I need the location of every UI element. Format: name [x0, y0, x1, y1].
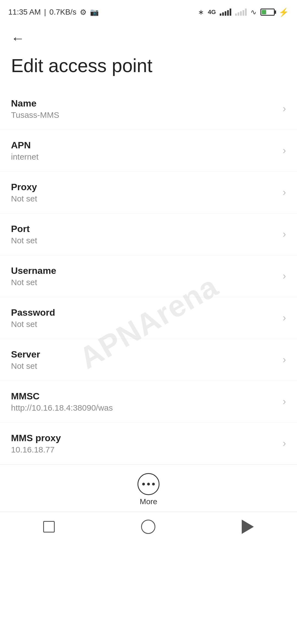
settings-item-name-content: Name Tusass-MMS	[11, 98, 277, 120]
settings-list: Name Tusass-MMS › APN internet › Proxy N…	[0, 88, 297, 465]
more-dot-3	[152, 483, 155, 485]
status-left: 11:35 AM | 0.7KB/s ⚙ 📷	[8, 8, 99, 17]
chevron-right-icon: ›	[283, 228, 286, 240]
chevron-right-icon: ›	[283, 396, 286, 407]
chevron-right-icon: ›	[283, 103, 286, 114]
settings-item-name-value: Tusass-MMS	[11, 110, 277, 120]
settings-item-apn-content: APN internet	[11, 140, 277, 162]
settings-item-name[interactable]: Name Tusass-MMS ›	[0, 88, 297, 130]
settings-item-password-value: Not set	[11, 320, 277, 329]
settings-item-port-label: Port	[11, 223, 277, 234]
recents-icon	[43, 521, 55, 533]
signal-bars-1	[220, 9, 231, 16]
settings-item-name-label: Name	[11, 98, 277, 109]
home-icon	[141, 520, 155, 534]
more-button[interactable]: More	[138, 473, 160, 506]
chevron-right-icon: ›	[283, 145, 286, 156]
more-dot-2	[147, 483, 150, 485]
back-arrow-icon: ←	[11, 31, 25, 46]
settings-item-proxy-value: Not set	[11, 194, 277, 203]
settings-item-port-value: Not set	[11, 236, 277, 245]
wifi-icon: ∿	[251, 8, 257, 17]
back-button[interactable]: ←	[0, 22, 297, 49]
settings-item-server-content: Server Not set	[11, 349, 277, 371]
back-nav-icon	[242, 520, 254, 534]
time-display: 11:35 AM	[8, 8, 41, 17]
settings-item-password-label: Password	[11, 307, 277, 318]
settings-item-username[interactable]: Username Not set ›	[0, 255, 297, 297]
settings-item-mmsc[interactable]: MMSC http://10.16.18.4:38090/was ›	[0, 381, 297, 423]
settings-item-server-label: Server	[11, 349, 277, 360]
settings-item-port[interactable]: Port Not set ›	[0, 214, 297, 255]
settings-item-username-label: Username	[11, 265, 277, 276]
settings-item-password[interactable]: Password Not set ›	[0, 297, 297, 339]
more-dots-icon	[142, 483, 155, 485]
settings-item-mms-proxy[interactable]: MMS proxy 10.16.18.77 ›	[0, 423, 297, 465]
settings-icon: ⚙	[80, 8, 87, 17]
settings-item-mms-proxy-value: 10.16.18.77	[11, 445, 277, 454]
settings-item-proxy-content: Proxy Not set	[11, 182, 277, 203]
status-bar: 11:35 AM | 0.7KB/s ⚙ 📷 ∗ 4G ∿ ⚡	[0, 0, 297, 22]
network-speed: |	[44, 8, 46, 17]
page-title: Edit access point	[0, 49, 297, 88]
more-section: More	[0, 465, 297, 512]
video-icon: 📷	[90, 8, 99, 17]
nav-home-button[interactable]	[141, 520, 155, 534]
status-right: ∗ 4G ∿ ⚡	[198, 7, 289, 17]
settings-item-username-value: Not set	[11, 278, 277, 287]
battery-indicator	[260, 9, 275, 16]
settings-item-apn-label: APN	[11, 140, 277, 151]
chevron-right-icon: ›	[283, 187, 286, 198]
settings-item-proxy[interactable]: Proxy Not set ›	[0, 172, 297, 214]
settings-item-mmsc-content: MMSC http://10.16.18.4:38090/was	[11, 391, 277, 413]
settings-item-server-value: Not set	[11, 361, 277, 371]
network-speed-value: 0.7KB/s	[50, 8, 76, 17]
settings-item-mms-proxy-content: MMS proxy 10.16.18.77	[11, 433, 277, 454]
settings-item-port-content: Port Not set	[11, 223, 277, 245]
settings-item-password-content: Password Not set	[11, 307, 277, 329]
settings-item-mmsc-value: http://10.16.18.4:38090/was	[11, 403, 277, 413]
bluetooth-icon: ∗	[198, 8, 204, 17]
settings-item-apn-value: internet	[11, 152, 277, 162]
settings-item-proxy-label: Proxy	[11, 182, 277, 192]
more-circle-icon	[138, 473, 160, 495]
settings-item-mms-proxy-label: MMS proxy	[11, 433, 277, 443]
settings-item-mmsc-label: MMSC	[11, 391, 277, 402]
settings-item-apn[interactable]: APN internet ›	[0, 130, 297, 172]
signal-bars-2	[235, 9, 247, 16]
chevron-right-icon: ›	[283, 270, 286, 282]
settings-item-server[interactable]: Server Not set ›	[0, 339, 297, 381]
settings-item-username-content: Username Not set	[11, 265, 277, 287]
chevron-right-icon: ›	[283, 312, 286, 324]
nav-recents-button[interactable]	[43, 521, 55, 533]
network-4g-icon: 4G	[208, 9, 216, 16]
chevron-right-icon: ›	[283, 438, 286, 449]
nav-back-button[interactable]	[242, 520, 254, 534]
more-dot-1	[142, 483, 145, 485]
navigation-bar	[0, 512, 297, 545]
more-label: More	[140, 497, 157, 506]
chevron-right-icon: ›	[283, 354, 286, 365]
charging-icon: ⚡	[279, 7, 289, 17]
